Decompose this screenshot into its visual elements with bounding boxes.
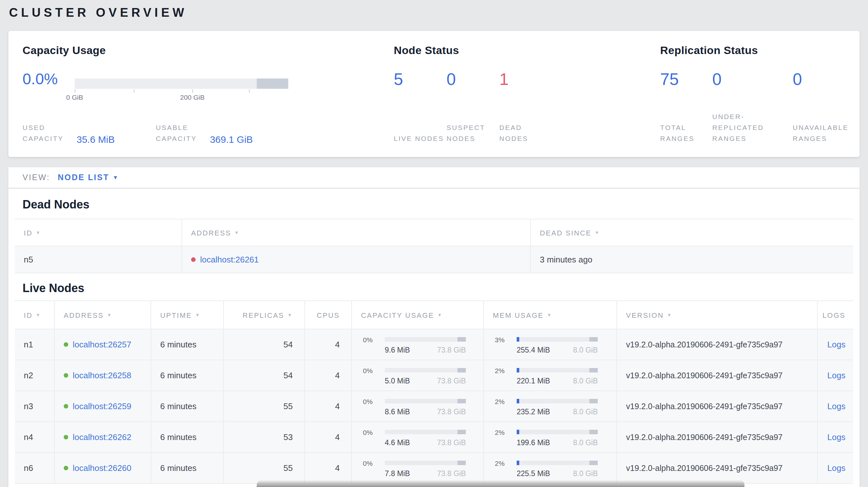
column-header-cpus[interactable]: CPUS xyxy=(305,301,352,329)
capacity-usage-cell: 0% 8.6 MiB 73.8 GiB xyxy=(352,391,484,421)
capacity-percent: 0% xyxy=(363,335,380,343)
mem-total: 8.0 GiB xyxy=(573,408,598,415)
column-header-uptime[interactable]: UPTIME▼ xyxy=(151,301,224,329)
logs-link[interactable]: Logs xyxy=(828,432,845,442)
node-address-cell: localhost:26259 xyxy=(55,391,151,421)
node-uptime: 6 minutes xyxy=(151,329,224,360)
suspect-nodes-count: 0 xyxy=(446,69,499,90)
node-address-link[interactable]: localhost:26258 xyxy=(73,370,131,380)
node-address-cell: localhost:26261 xyxy=(182,247,531,273)
column-header-capacity-usage[interactable]: CAPACITY USAGE▼ xyxy=(352,301,484,329)
logs-link[interactable]: Logs xyxy=(828,401,845,411)
logs-cell: Logs xyxy=(818,360,853,390)
column-header-replicas[interactable]: REPLICAS▼ xyxy=(224,301,305,329)
sort-arrow-icon: ▼ xyxy=(36,313,41,317)
dead-nodes-label: DEAD NODES xyxy=(499,122,552,144)
node-version: v19.2.0-alpha.20190606-2491-gfe735c9a97 xyxy=(617,360,818,390)
node-address-link[interactable]: localhost:26261 xyxy=(200,255,259,264)
unavailable-label: UNAVAILABLE RANGES xyxy=(793,122,849,144)
view-selected-value: NODE LIST xyxy=(58,173,109,182)
mem-used: 235.2 MiB xyxy=(517,408,550,415)
used-capacity-value: 35.6 MiB xyxy=(76,134,115,145)
node-address-cell: localhost:26257 xyxy=(55,329,151,360)
logs-cell: Logs xyxy=(818,329,853,360)
column-header-version[interactable]: VERSION▼ xyxy=(617,301,818,329)
capacity-percent: 0% xyxy=(363,366,380,374)
capacity-usage-cell: 0% 4.6 MiB 73.8 GiB xyxy=(352,422,484,452)
dead-nodes-stat: 1 DEAD NODES xyxy=(499,69,552,144)
sort-arrow-icon: ▼ xyxy=(595,230,600,235)
column-header-dead-since[interactable]: DEAD SINCE▼ xyxy=(531,219,853,246)
under-replicated-ranges-stat: 0 UNDER-REPLICATED RANGES xyxy=(712,69,793,144)
column-header-address[interactable]: ADDRESS▼ xyxy=(55,301,151,329)
capacity-bar-segment xyxy=(257,78,288,89)
sort-arrow-icon: ▼ xyxy=(667,313,672,317)
node-replicas: 54 xyxy=(224,329,305,360)
mem-usage-cell: 2% 199.6 MiB 8.0 GiB xyxy=(484,422,617,452)
column-header-id[interactable]: ID▼ xyxy=(15,301,55,329)
node-id: n4 xyxy=(15,422,55,452)
capacity-usage-section: Capacity Usage 0.0% 0 GiB 200 GiB xyxy=(23,44,288,144)
node-cpus: 4 xyxy=(305,391,352,421)
capacity-used: 5.0 MiB xyxy=(385,377,410,384)
capacity-mini-bar xyxy=(385,337,466,342)
suspect-nodes-stat: 0 SUSPECT NODES xyxy=(446,69,499,144)
node-uptime: 6 minutes xyxy=(151,422,224,452)
node-address-link[interactable]: localhost:26259 xyxy=(73,401,131,411)
live-nodes-label: LIVE NODES xyxy=(394,133,446,144)
axis-tick xyxy=(249,90,250,93)
mem-mini-bar xyxy=(517,399,598,403)
logs-link[interactable]: Logs xyxy=(828,370,845,380)
node-address-link[interactable]: localhost:26260 xyxy=(73,463,131,473)
dead-since-value: 3 minutes ago xyxy=(531,247,853,273)
capacity-percent: 0% xyxy=(363,397,380,405)
node-id: n6 xyxy=(15,453,55,483)
column-header-id[interactable]: ID▼ xyxy=(15,219,182,246)
replication-status-title: Replication Status xyxy=(660,44,857,57)
view-label: VIEW: xyxy=(23,173,50,182)
axis-tick-label: 0 GiB xyxy=(66,93,83,101)
live-status-icon xyxy=(64,342,68,347)
unavailable-count: 0 xyxy=(793,69,857,90)
node-uptime: 6 minutes xyxy=(151,360,224,390)
dead-nodes-table: ID▼ ADDRESS▼ DEAD SINCE▼ n5 localhost:26… xyxy=(15,219,853,273)
node-cpus: 4 xyxy=(305,329,352,360)
table-row: n6 localhost:26260 6 minutes 55 4 0% xyxy=(15,453,853,484)
column-header-address[interactable]: ADDRESS▼ xyxy=(182,219,531,246)
dead-nodes-count: 1 xyxy=(499,69,552,90)
dead-nodes-header-row: ID▼ ADDRESS▼ DEAD SINCE▼ xyxy=(15,219,853,247)
capacity-total: 73.8 GiB xyxy=(437,377,466,384)
column-header-mem-usage[interactable]: MEM USAGE▼ xyxy=(484,301,617,329)
mem-usage-cell: 3% 255.4 MiB 8.0 GiB xyxy=(484,329,617,360)
node-id: n5 xyxy=(15,247,182,273)
mem-percent: 3% xyxy=(495,335,512,343)
node-replicas: 55 xyxy=(224,391,305,421)
mem-usage-cell: 2% 220.1 MiB 8.0 GiB xyxy=(484,360,617,390)
mem-total: 8.0 GiB xyxy=(573,469,598,477)
summary-card: Capacity Usage 0.0% 0 GiB 200 GiB xyxy=(8,31,860,157)
capacity-used: 8.6 MiB xyxy=(385,408,410,415)
sort-arrow-icon: ▼ xyxy=(547,313,552,317)
view-selector-dropdown[interactable]: NODE LIST ▾ xyxy=(58,173,117,182)
usable-capacity-stat: USABLE CAPACITY 369.1 GiB xyxy=(156,122,253,144)
chevron-down-icon: ▾ xyxy=(114,174,117,181)
axis-tick xyxy=(134,90,134,93)
usable-capacity-label: USABLE CAPACITY xyxy=(156,122,210,144)
live-status-icon xyxy=(64,404,68,409)
node-version: v19.2.0-alpha.20190606-2491-gfe735c9a97 xyxy=(617,391,818,421)
replication-status-section: Replication Status 75 TOTAL RANGES 0 UND… xyxy=(660,44,857,144)
node-address-cell: localhost:26262 xyxy=(55,422,151,452)
node-replicas: 54 xyxy=(224,360,305,390)
node-address-link[interactable]: localhost:26262 xyxy=(73,432,131,442)
mem-used: 199.6 MiB xyxy=(517,439,550,446)
logs-link[interactable]: Logs xyxy=(828,340,845,349)
capacity-mini-bar xyxy=(385,430,466,434)
mem-total: 8.0 GiB xyxy=(573,346,598,354)
capacity-percent: 0.0% xyxy=(23,70,68,88)
capacity-total: 73.8 GiB xyxy=(437,439,466,446)
node-address-link[interactable]: localhost:26257 xyxy=(73,340,131,349)
sort-arrow-icon: ▼ xyxy=(195,313,200,317)
capacity-mini-bar xyxy=(385,368,466,372)
column-header-logs: LOGS xyxy=(818,301,853,329)
logs-link[interactable]: Logs xyxy=(828,463,845,473)
